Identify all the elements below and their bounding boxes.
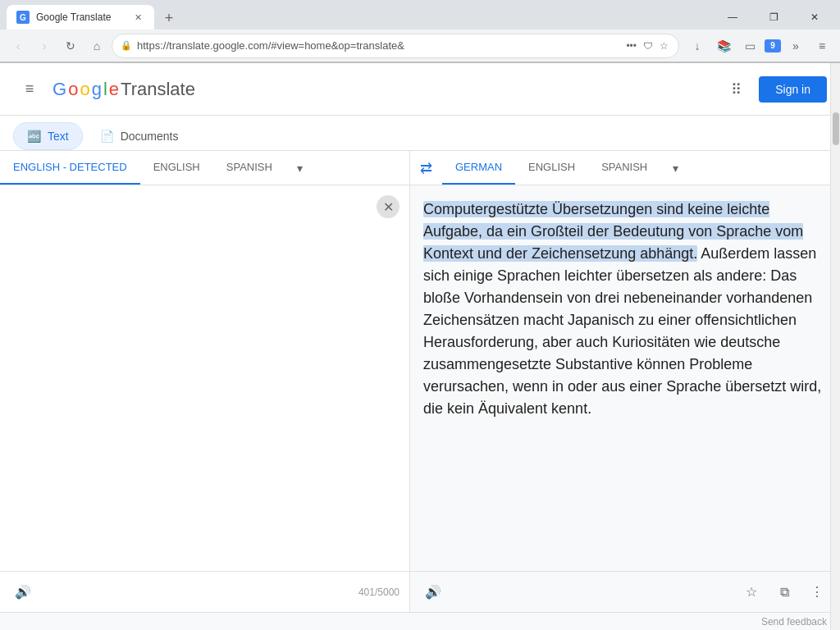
target-speak-button[interactable]: 🔊 xyxy=(420,579,446,605)
main-area: ≡ Google Translate ⠿ Sign in 🔤 Text 📄 Do… xyxy=(0,63,840,630)
more-options-button[interactable]: ⋮ xyxy=(804,579,830,605)
shield-icon[interactable]: 🛡 xyxy=(641,39,655,53)
refresh-button[interactable]: ↻ xyxy=(59,34,82,57)
tab-close-button[interactable]: ✕ xyxy=(131,11,144,24)
security-icon: 🔒 xyxy=(121,40,132,51)
tab-documents-label: Documents xyxy=(121,130,179,143)
language-bar: ENGLISH - DETECTED ENGLISH SPANISH ▾ ⇄ G… xyxy=(0,151,840,185)
document-icon: 📄 xyxy=(100,130,114,143)
window-controls: — ❐ ✕ xyxy=(714,5,833,30)
translation-rest-text: Außerdem lassen sich einige Sprachen lei… xyxy=(423,245,821,417)
source-more-langs-button[interactable]: ▾ xyxy=(285,153,315,183)
browser-menu-icon[interactable]: ≡ xyxy=(810,34,833,57)
tab-text-label: Text xyxy=(48,130,69,143)
scrollbar-thumb[interactable] xyxy=(833,112,839,145)
target-lang-german[interactable]: GERMAN xyxy=(442,151,515,185)
sign-in-button[interactable]: Sign in xyxy=(759,76,827,103)
target-lang-english[interactable]: ENGLISH xyxy=(515,151,588,185)
target-lang-spanish[interactable]: SPANISH xyxy=(588,151,660,185)
browser-toolbar-right: ↓ 📚 ▭ 9 » ≡ xyxy=(686,34,833,57)
translate-icon: 🔤 xyxy=(27,130,41,143)
home-button[interactable]: ⌂ xyxy=(85,34,108,57)
download-icon[interactable]: ↓ xyxy=(686,34,709,57)
tab-favicon: G xyxy=(16,11,30,24)
maximize-button[interactable]: ❐ xyxy=(755,5,792,30)
bookmark-icon[interactable]: ☆ xyxy=(658,39,670,53)
source-lang-detected[interactable]: ENGLISH - DETECTED xyxy=(0,151,140,185)
source-panel: ✕ 🔊 401/5000 xyxy=(0,185,410,612)
back-button[interactable]: ‹ xyxy=(7,34,30,57)
swap-languages-button[interactable]: ⇄ xyxy=(410,153,442,184)
new-tab-button[interactable]: + xyxy=(158,7,180,30)
close-button[interactable]: ✕ xyxy=(796,5,833,30)
translation-text: Computergestützte Übersetzungen sind kei… xyxy=(410,185,840,571)
target-panel-footer: 🔊 ☆ ⧉ ⋮ xyxy=(410,571,840,612)
source-panel-footer: 🔊 401/5000 xyxy=(0,571,409,612)
tab-documents[interactable]: 📄 Documents xyxy=(86,122,193,150)
tab-bar: G Google Translate ✕ + — ❐ ✕ xyxy=(0,0,840,30)
app-logo: Google Translate xyxy=(52,79,195,100)
more-dots-icon[interactable]: ••• xyxy=(624,39,638,53)
sidebar-icon[interactable]: ▭ xyxy=(738,34,761,57)
address-text: https://translate.google.com/#view=home&… xyxy=(137,39,619,52)
header-right: ⠿ Sign in xyxy=(719,73,827,106)
address-bar[interactable]: 🔒 https://translate.google.com/#view=hom… xyxy=(112,34,679,58)
extension-badge[interactable]: 9 xyxy=(765,39,781,52)
forward-button[interactable]: › xyxy=(33,34,56,57)
target-more-langs-button[interactable]: ▾ xyxy=(660,153,690,183)
source-text-input[interactable] xyxy=(0,185,409,571)
extensions-icon[interactable]: » xyxy=(784,34,807,57)
source-speak-button[interactable]: 🔊 xyxy=(10,579,36,605)
library-icon[interactable]: 📚 xyxy=(712,34,735,57)
scrollbar[interactable] xyxy=(830,63,840,630)
mode-tabs: 🔤 Text 📄 Documents xyxy=(0,116,840,151)
source-lang-english[interactable]: ENGLISH xyxy=(140,151,213,185)
app-title-translate: Translate xyxy=(121,79,195,100)
nav-bar: ‹ › ↻ ⌂ 🔒 https://translate.google.com/#… xyxy=(0,30,840,62)
feedback-bar: Send feedback xyxy=(0,612,840,630)
minimize-button[interactable]: — xyxy=(714,5,751,30)
save-translation-button[interactable]: ☆ xyxy=(738,579,765,605)
app-header: ≡ Google Translate ⠿ Sign in xyxy=(0,63,840,116)
send-feedback-link[interactable]: Send feedback xyxy=(761,616,827,628)
clear-source-button[interactable]: ✕ xyxy=(377,195,399,218)
tab-text[interactable]: 🔤 Text xyxy=(13,122,83,150)
active-tab[interactable]: G Google Translate ✕ xyxy=(7,5,154,30)
browser-chrome: G Google Translate ✕ + — ❐ ✕ ‹ › ↻ ⌂ 🔒 h… xyxy=(0,0,840,63)
address-icons: ••• 🛡 ☆ xyxy=(624,39,670,53)
translation-panels: ✕ 🔊 401/5000 Computergestützte Übersetzu… xyxy=(0,185,840,612)
source-lang-bar: ENGLISH - DETECTED ENGLISH SPANISH ▾ xyxy=(0,151,410,185)
char-count: 401/5000 xyxy=(358,587,399,598)
hamburger-menu-button[interactable]: ≡ xyxy=(13,73,46,106)
copy-translation-button[interactable]: ⧉ xyxy=(771,579,797,605)
target-lang-bar: GERMAN ENGLISH SPANISH ▾ xyxy=(442,151,840,185)
google-apps-icon[interactable]: ⠿ xyxy=(719,73,752,106)
tab-title: Google Translate xyxy=(36,11,125,23)
source-lang-spanish[interactable]: SPANISH xyxy=(213,151,285,185)
target-panel: Computergestützte Übersetzungen sind kei… xyxy=(410,185,840,612)
